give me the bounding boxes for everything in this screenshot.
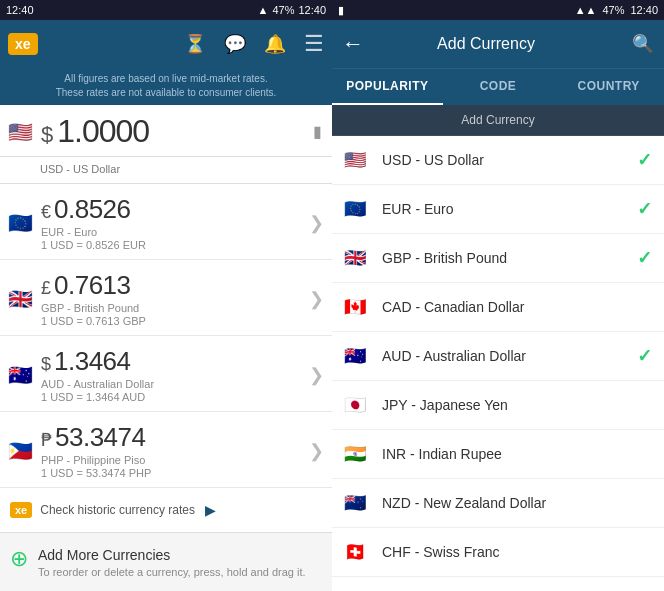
gbp-row[interactable]: 🇬🇧 £ 0.7613 GBP - British Pound 1 USD = …	[0, 260, 332, 336]
bell-icon[interactable]: 🔔	[264, 33, 286, 55]
right-usd-flag: 🇺🇸	[344, 149, 372, 171]
list-item[interactable]: 🇪🇺 EUR - Euro ✓	[332, 185, 664, 234]
aud-content: $ 1.3464 AUD - Australian Dollar 1 USD =…	[41, 346, 301, 403]
gbp-value: 0.7613	[54, 270, 131, 301]
add-currencies-row[interactable]: ⊕ Add More Currencies To reorder or dele…	[0, 533, 332, 591]
list-item[interactable]: 🇯🇵 JPY - Japanese Yen	[332, 381, 664, 430]
php-row[interactable]: 🇵🇭 ₱ 53.3474 PHP - Philippine Piso 1 USD…	[0, 412, 332, 488]
right-usd-name: USD - US Dollar	[382, 152, 627, 168]
eur-check-icon: ✓	[637, 198, 652, 220]
left-status-bar: 12:40 ▲ 47% 12:40	[0, 0, 332, 20]
currency-list-left: 🇺🇸 $ 1.0000 ▮ USD - US Dollar 🇪🇺 € 0.852…	[0, 105, 332, 591]
left-status-time: 12:40	[6, 4, 34, 16]
right-panel: ▮ ▲▲ 47% 12:40 ← Add Currency 🔍 POPULARI…	[332, 0, 664, 591]
left-top-nav: xe ⏳ 💬 🔔 ☰	[0, 20, 332, 68]
eur-name: EUR - Euro	[41, 226, 301, 238]
right-status-bar: ▮ ▲▲ 47% 12:40	[332, 0, 664, 20]
tabs-bar: POPULARITY CODE COUNTRY	[332, 68, 664, 105]
list-item[interactable]: 🇳🇿 NZD - New Zealand Dollar	[332, 479, 664, 528]
add-currencies-content: Add More Currencies To reorder or delete…	[38, 547, 306, 579]
add-currency-section-header: Add Currency	[332, 105, 664, 136]
right-top-nav: ← Add Currency 🔍	[332, 20, 664, 68]
php-value: 53.3474	[55, 422, 145, 453]
php-name: PHP - Philippine Piso	[41, 454, 301, 466]
tab-code[interactable]: CODE	[443, 69, 554, 105]
right-signal-icon: ▲▲	[575, 4, 597, 16]
promo-arrow-icon: ▶	[205, 502, 216, 518]
right-cad-name: CAD - Canadian Dollar	[382, 299, 652, 315]
add-plus-icon: ⊕	[10, 546, 28, 572]
xe-logo[interactable]: xe	[8, 33, 38, 55]
list-item[interactable]: 🇿🇦 ZAR - South African Rand	[332, 577, 664, 591]
aud-flag: 🇦🇺	[8, 363, 33, 387]
gbp-chevron: ❯	[309, 288, 324, 310]
calculator-icon[interactable]: ▮	[313, 122, 322, 141]
right-gbp-name: GBP - British Pound	[382, 250, 627, 266]
right-eur-flag: 🇪🇺	[344, 198, 372, 220]
eur-value: 0.8526	[54, 194, 131, 225]
aud-check-icon: ✓	[637, 345, 652, 367]
tab-country[interactable]: COUNTRY	[553, 69, 664, 105]
list-item[interactable]: 🇺🇸 USD - US Dollar ✓	[332, 136, 664, 185]
gbp-name: GBP - British Pound	[41, 302, 301, 314]
menu-icon[interactable]: ☰	[304, 31, 324, 57]
info-line1: All figures are based on live mid-market…	[8, 72, 324, 86]
right-inr-name: INR - Indian Rupee	[382, 446, 652, 462]
eur-row[interactable]: 🇪🇺 € 0.8526 EUR - Euro 1 USD = 0.8526 EU…	[0, 184, 332, 260]
back-button[interactable]: ←	[342, 31, 364, 57]
usd-name: USD - US Dollar	[40, 163, 120, 175]
promo-text: Check historic currency rates	[40, 503, 195, 517]
php-amount: ₱ 53.3474	[41, 422, 301, 453]
right-jpy-flag: 🇯🇵	[344, 394, 372, 416]
eur-rate: 1 USD = 0.8526 EUR	[41, 239, 301, 251]
promo-xe-logo: xe	[10, 502, 32, 518]
right-aud-name: AUD - Australian Dollar	[382, 348, 627, 364]
right-jpy-name: JPY - Japanese Yen	[382, 397, 652, 413]
php-chevron: ❯	[309, 440, 324, 462]
screen-title: Add Currency	[374, 35, 598, 53]
right-battery: 47%	[602, 4, 624, 16]
usd-amount-container: $ 1.0000	[41, 113, 305, 150]
aud-value: 1.3464	[54, 346, 131, 377]
list-item[interactable]: 🇮🇳 INR - Indian Rupee	[332, 430, 664, 479]
aud-row[interactable]: 🇦🇺 $ 1.3464 AUD - Australian Dollar 1 US…	[0, 336, 332, 412]
eur-symbol: €	[41, 202, 51, 223]
list-item[interactable]: 🇦🇺 AUD - Australian Dollar ✓	[332, 332, 664, 381]
add-currencies-subtitle: To reorder or delete a currency, press, …	[38, 565, 306, 579]
list-item[interactable]: 🇨🇭 CHF - Swiss Franc	[332, 528, 664, 577]
aud-chevron: ❯	[309, 364, 324, 386]
right-nzd-name: NZD - New Zealand Dollar	[382, 495, 652, 511]
aud-symbol: $	[41, 354, 51, 375]
usd-row[interactable]: 🇺🇸 $ 1.0000 ▮	[0, 105, 332, 157]
promo-row[interactable]: xe Check historic currency rates ▶	[0, 488, 332, 533]
eur-chevron: ❯	[309, 212, 324, 234]
right-eur-name: EUR - Euro	[382, 201, 627, 217]
gbp-flag: 🇬🇧	[8, 287, 33, 311]
search-icon[interactable]: 🔍	[632, 33, 654, 55]
info-banner: All figures are based on live mid-market…	[0, 68, 332, 105]
left-status-time2: 12:40	[298, 4, 326, 16]
gbp-rate: 1 USD = 0.7613 GBP	[41, 315, 301, 327]
right-cad-flag: 🇨🇦	[344, 296, 372, 318]
right-nzd-flag: 🇳🇿	[344, 492, 372, 514]
usd-flag: 🇺🇸	[8, 120, 33, 144]
info-line2: These rates are not available to consume…	[8, 86, 324, 100]
php-rate: 1 USD = 53.3474 PHP	[41, 467, 301, 479]
usd-symbol: $	[41, 122, 53, 148]
tab-popularity[interactable]: POPULARITY	[332, 69, 443, 105]
aud-rate: 1 USD = 1.3464 AUD	[41, 391, 301, 403]
left-status-icons: ▲ 47% 12:40	[258, 4, 326, 16]
list-item[interactable]: 🇨🇦 CAD - Canadian Dollar	[332, 283, 664, 332]
eur-amount: € 0.8526	[41, 194, 301, 225]
left-panel: 12:40 ▲ 47% 12:40 xe ⏳ 💬 🔔 ☰ All figures…	[0, 0, 332, 591]
aud-amount: $ 1.3464	[41, 346, 301, 377]
history-icon[interactable]: ⏳	[184, 33, 206, 55]
right-aud-flag: 🇦🇺	[344, 345, 372, 367]
eur-content: € 0.8526 EUR - Euro 1 USD = 0.8526 EUR	[41, 194, 301, 251]
chat-icon[interactable]: 💬	[224, 33, 246, 55]
php-flag: 🇵🇭	[8, 439, 33, 463]
right-inr-flag: 🇮🇳	[344, 443, 372, 465]
php-symbol: ₱	[41, 429, 52, 451]
list-item[interactable]: 🇬🇧 GBP - British Pound ✓	[332, 234, 664, 283]
battery-icon: ▲	[258, 4, 269, 16]
